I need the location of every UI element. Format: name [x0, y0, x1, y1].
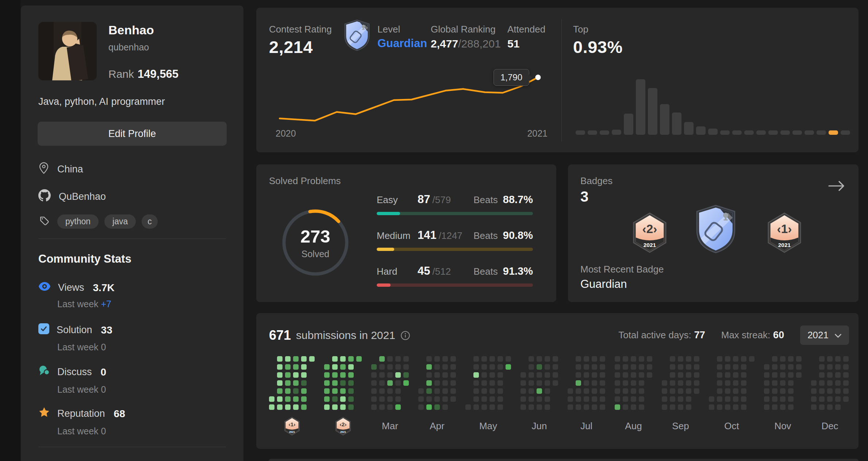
rank-label: Rank — [108, 68, 134, 80]
heatmap-cell — [662, 388, 667, 394]
github-row[interactable]: QuBenhao — [38, 189, 106, 204]
heatmap-cell — [568, 404, 573, 410]
heatmap-month-apr: Apr — [418, 356, 456, 435]
heatmap-cell — [340, 380, 346, 386]
heatmap-cell — [780, 380, 786, 386]
heatmap-cell — [332, 404, 338, 410]
heatmap-month-badge: ‹1› 2021 — [269, 416, 315, 435]
heatmap-cell — [694, 356, 699, 362]
year-dropdown[interactable]: 2021 — [800, 325, 849, 345]
heatmap-cell — [285, 388, 291, 394]
histogram-bar — [660, 104, 669, 135]
heatmap-cell — [764, 404, 769, 410]
heatmap-cell — [340, 388, 346, 394]
heatmap-cell — [371, 404, 377, 410]
heatmap-cell — [395, 364, 401, 370]
heatmap-cell — [301, 404, 307, 410]
heatmap-month-aug: Aug — [615, 356, 652, 435]
heatmap-cell — [379, 356, 385, 362]
stat-subline: Last week 0 — [57, 384, 228, 395]
histogram-bar — [648, 88, 657, 135]
annual-badge-2[interactable]: ‹2› 2021 — [632, 213, 667, 254]
heatmap-month-label: Oct — [709, 416, 754, 435]
skill-tag: python — [57, 214, 99, 229]
heatmap-cell — [324, 380, 330, 386]
heatmap-cell — [584, 356, 589, 362]
svg-text:2021: 2021 — [778, 242, 791, 248]
heatmap-cell — [647, 372, 652, 378]
svg-text:2021: 2021 — [340, 430, 346, 433]
heatmap-cell — [387, 356, 393, 362]
heatmap-cell — [450, 364, 456, 370]
difficulty-row-hard: Hard 45 /512 Beats 91.3% — [377, 264, 533, 287]
heatmap-month-label: Mar — [371, 416, 409, 435]
heatmap-cell — [819, 380, 825, 386]
heatmap-cell — [473, 396, 479, 402]
heatmap-cell — [269, 396, 274, 402]
stat-sub-value: +7 — [101, 299, 112, 309]
heatmap-cell — [442, 388, 448, 394]
annual-badge-1[interactable]: ‹1› 2021 — [767, 213, 802, 254]
guardian-badge-icon[interactable] — [694, 205, 737, 255]
heatmap-cell — [285, 356, 291, 362]
heatmap-cell — [521, 388, 526, 394]
heatmap-cell — [584, 380, 589, 386]
histogram-bar-user — [829, 130, 838, 135]
heatmap-cell — [277, 380, 283, 386]
heatmap-cell — [631, 404, 636, 410]
histogram-bar — [684, 122, 694, 135]
arrow-right-icon[interactable] — [828, 180, 845, 193]
heatmap-cell — [592, 356, 597, 362]
heatmap-cell — [348, 364, 354, 370]
heatmap-cell — [371, 388, 377, 394]
heatmap-cell — [434, 356, 440, 362]
submissions-title: 671 submissions in 2021 — [269, 328, 410, 343]
heatmap-cell — [418, 396, 424, 402]
heatmap-cell — [835, 364, 841, 370]
info-icon[interactable] — [400, 331, 410, 340]
heatmap-cell — [686, 364, 691, 370]
heatmap-cell — [442, 356, 448, 362]
heatmap-cell — [843, 388, 849, 394]
heatmap-cell — [615, 356, 620, 362]
heatmap-cell — [498, 364, 503, 370]
submissions-controls: Total active days:77 Max streak:60 2021 — [618, 325, 849, 345]
heatmap-cell — [733, 380, 738, 386]
heatmap-cell — [293, 388, 299, 394]
heatmap-cell — [600, 372, 605, 378]
heatmap-cell — [592, 388, 597, 394]
badges-card: Badges 3 ‹2› 2021 — [568, 164, 859, 302]
histogram-bar — [600, 130, 609, 135]
heatmap-cell — [819, 364, 825, 370]
heatmap-cell — [725, 404, 730, 410]
svg-text:‹1›: ‹1› — [777, 222, 792, 236]
heatmap-cell — [796, 372, 802, 378]
heatmap-cell — [686, 380, 691, 386]
heatmap-month-label: Jun — [521, 416, 558, 435]
contest-rating-chart[interactable]: 1,790 — [276, 72, 548, 126]
heatmap-cell — [465, 404, 471, 410]
heatmap-month-may: May — [465, 356, 511, 435]
heatmap-cell — [395, 356, 401, 362]
heatmap-cell — [796, 356, 802, 362]
edit-profile-button[interactable]: Edit Profile — [38, 122, 227, 146]
heatmap-cell — [285, 364, 291, 370]
heatmap-cell — [545, 364, 550, 370]
heatmap-cell — [348, 372, 354, 378]
heatmap-cell — [340, 404, 346, 410]
location-pin-icon — [38, 162, 49, 177]
heatmap-cell — [332, 356, 338, 362]
heatmap-cell — [576, 372, 581, 378]
stat-row-discuss: Discuss 0 Last week 0 — [38, 365, 228, 395]
heatmap-cell — [301, 364, 307, 370]
heatmap-cell — [600, 396, 605, 402]
heatmap-month-dec: Dec — [811, 356, 849, 435]
heatmap-cell — [434, 396, 440, 402]
heatmap-cell — [395, 396, 401, 402]
heatmap-cell — [553, 372, 558, 378]
heatmap-cell — [592, 372, 597, 378]
heatmap-cell — [584, 396, 589, 402]
heatmap-cell — [631, 388, 636, 394]
heatmap-cell — [481, 372, 487, 378]
heatmap-cell — [473, 372, 479, 378]
